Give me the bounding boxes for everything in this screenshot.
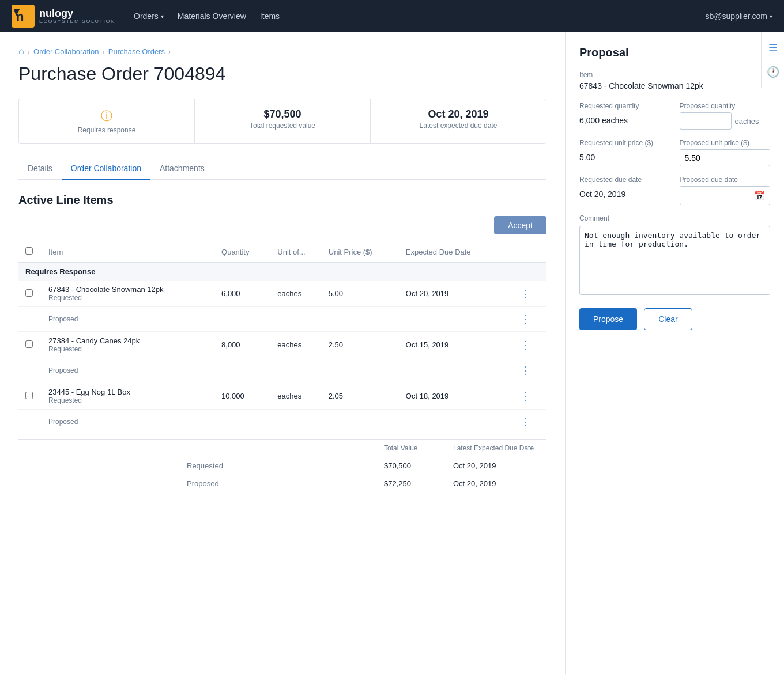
row2-unit: eaches bbox=[270, 332, 322, 358]
page-title: Purchase Order 7004894 bbox=[18, 63, 546, 85]
row3-three-dot[interactable]: ⋮ bbox=[511, 389, 540, 404]
group-header-requires-response: Requires Response bbox=[18, 263, 546, 281]
row3p-three-dot[interactable]: ⋮ bbox=[511, 414, 540, 429]
warning-icon: ⓘ bbox=[31, 108, 183, 124]
filter-icon[interactable]: ☰ bbox=[768, 41, 778, 54]
prop-price-input[interactable] bbox=[680, 149, 771, 166]
table-row-proposed: Proposed ⋮ bbox=[18, 410, 546, 434]
header-checkbox bbox=[18, 241, 42, 263]
row2-item: 27384 - Candy Canes 24pk Requested bbox=[42, 332, 214, 358]
stat-total-value: $70,500 Total requested value bbox=[195, 99, 371, 143]
req-date-value: Oct 20, 2019 bbox=[579, 186, 670, 202]
req-date-field: Requested due date Oct 20, 2019 bbox=[579, 176, 670, 205]
req-date-label: Requested due date bbox=[579, 176, 670, 184]
breadcrumb: ⌂ › Order Collaboration › Purchase Order… bbox=[18, 46, 546, 56]
prop-qty-label: Proposed quantity bbox=[680, 102, 771, 110]
summary-header: Total Value Latest Expected Due Date bbox=[18, 439, 546, 457]
row2-checkbox[interactable] bbox=[25, 340, 33, 348]
history-icon[interactable]: 🕐 bbox=[767, 66, 779, 78]
row1-qty: 6,000 bbox=[214, 281, 270, 307]
clear-button[interactable]: Clear bbox=[644, 308, 692, 330]
select-all-checkbox[interactable] bbox=[25, 247, 33, 255]
req-qty-label: Requested quantity bbox=[579, 102, 670, 110]
accept-btn-row: Accept bbox=[18, 216, 546, 234]
logo-name: nulogy bbox=[39, 8, 115, 18]
nav-orders[interactable]: Orders ▾ bbox=[134, 8, 164, 24]
row1-unit: eaches bbox=[270, 281, 322, 307]
stat3-value: Oct 20, 2019 bbox=[382, 108, 534, 120]
tab-attachments[interactable]: Attachments bbox=[150, 158, 214, 180]
logo[interactable]: n nulogy ECOSYSTEM SOLUTION bbox=[12, 5, 115, 28]
tab-order-collaboration[interactable]: Order Collaboration bbox=[62, 158, 150, 180]
row2-three-dot[interactable]: ⋮ bbox=[511, 338, 540, 353]
prop-date-field: Proposed due date 📅 bbox=[680, 176, 771, 205]
summary-proposed-date: Oct 20, 2019 bbox=[453, 479, 540, 488]
summary-proposed-label: Proposed bbox=[187, 479, 384, 488]
breadcrumb-home[interactable]: ⌂ bbox=[18, 46, 24, 56]
summary-requested-date: Oct 20, 2019 bbox=[453, 461, 540, 470]
tab-details[interactable]: Details bbox=[18, 158, 62, 180]
header-quantity: Quantity bbox=[214, 241, 270, 263]
row1-item: 67843 - Chocolate Snowman 12pk Requested bbox=[42, 281, 214, 307]
stat2-label: Total requested value bbox=[206, 122, 359, 130]
prop-qty-field: Proposed quantity eaches bbox=[680, 102, 771, 130]
summary-col-total: Total Value bbox=[384, 444, 453, 452]
table-body: Requires Response 67843 - Chocolate Snow… bbox=[18, 263, 546, 434]
row3-item: 23445 - Egg Nog 1L Box Requested bbox=[42, 383, 214, 410]
breadcrumb-sep1: › bbox=[28, 47, 30, 56]
header-item: Item bbox=[42, 241, 214, 263]
summary-proposed-value: $72,250 bbox=[384, 479, 453, 488]
breadcrumb-purchase-orders[interactable]: Purchase Orders bbox=[108, 47, 165, 56]
propose-button[interactable]: Propose bbox=[579, 308, 637, 330]
stat3-label: Latest expected due date bbox=[382, 122, 534, 130]
table-row-proposed: Proposed ⋮ bbox=[18, 307, 546, 332]
prop-qty-unit: eaches bbox=[735, 117, 759, 126]
row3-unit: eaches bbox=[270, 383, 322, 410]
summary-requested-value: $70,500 bbox=[384, 461, 453, 470]
header-actions bbox=[504, 241, 546, 263]
row1-checkbox-cell bbox=[18, 281, 42, 307]
user-chevron-icon: ▾ bbox=[770, 13, 772, 20]
prop-qty-input[interactable] bbox=[680, 112, 732, 130]
row1p-label: Proposed bbox=[42, 307, 214, 332]
stat2-value: $70,500 bbox=[206, 108, 359, 120]
req-qty-value: 6,000 eaches bbox=[579, 112, 670, 128]
row1-price: 5.00 bbox=[322, 281, 399, 307]
req-price-label: Requested unit price ($) bbox=[579, 139, 670, 147]
nav-materials[interactable]: Materials Overview bbox=[178, 8, 246, 24]
comment-label: Comment bbox=[579, 214, 770, 222]
table-row: 27384 - Candy Canes 24pk Requested 8,000… bbox=[18, 332, 546, 358]
breadcrumb-order-collab[interactable]: Order Collaboration bbox=[33, 47, 99, 56]
row2p-three-dot[interactable]: ⋮ bbox=[511, 363, 540, 378]
group-label: Requires Response bbox=[18, 263, 546, 281]
prop-date-input[interactable]: 📅 bbox=[680, 186, 771, 205]
stat1-label: Requires response bbox=[31, 126, 183, 134]
row2-price: 2.50 bbox=[322, 332, 399, 358]
row1-date: Oct 20, 2019 bbox=[399, 281, 505, 307]
row1-menu: ⋮ bbox=[504, 281, 546, 307]
comment-textarea[interactable]: Not enough inventory available to order … bbox=[579, 226, 770, 295]
section-title: Active Line Items bbox=[18, 194, 546, 207]
row1-checkbox[interactable] bbox=[25, 289, 33, 297]
row1p-three-dot[interactable]: ⋮ bbox=[511, 312, 540, 327]
navbar: n nulogy ECOSYSTEM SOLUTION Orders ▾ Mat… bbox=[0, 0, 784, 32]
req-price-field: Requested unit price ($) 5.00 bbox=[579, 139, 670, 166]
prop-price-label: Proposed unit price ($) bbox=[680, 139, 771, 147]
proposal-header: Proposal ✕ bbox=[579, 46, 770, 59]
header-due-date: Expected Due Date bbox=[399, 241, 505, 263]
summary-requested-label: Requested bbox=[187, 461, 384, 470]
items-table: Item Quantity Unit of... Unit Price ($) … bbox=[18, 241, 546, 434]
user-menu[interactable]: sb@supplier.com ▾ bbox=[705, 12, 772, 21]
accept-button[interactable]: Accept bbox=[494, 216, 546, 234]
side-icons: ☰ 🕐 bbox=[761, 32, 784, 88]
header-unit: Unit of... bbox=[270, 241, 322, 263]
nav-items[interactable]: Items bbox=[260, 8, 280, 24]
breadcrumb-sep2: › bbox=[102, 47, 104, 56]
logo-icon: n bbox=[12, 5, 35, 28]
row1-three-dot[interactable]: ⋮ bbox=[511, 286, 540, 301]
proposal-item-label: Item bbox=[579, 71, 770, 79]
table-row: 23445 - Egg Nog 1L Box Requested 10,000 … bbox=[18, 383, 546, 410]
row3-checkbox[interactable] bbox=[25, 392, 33, 399]
logo-sub: ECOSYSTEM SOLUTION bbox=[39, 18, 115, 24]
table-row-proposed: Proposed ⋮ bbox=[18, 358, 546, 383]
